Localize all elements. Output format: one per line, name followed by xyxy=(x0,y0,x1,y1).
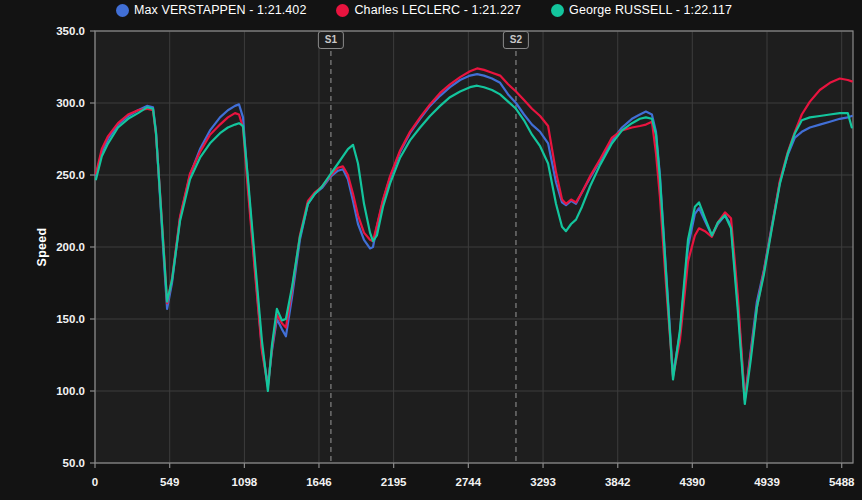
x-tick-label: 2195 xyxy=(381,476,407,488)
legend-item-label: George RUSSELL - 1:22.117 xyxy=(569,3,732,17)
x-tick-label: 3842 xyxy=(605,476,631,488)
sector-marker-s2: S2 xyxy=(503,31,529,49)
x-tick-label: 0 xyxy=(92,476,98,488)
legend-item-label: Max VERSTAPPEN - 1:21.402 xyxy=(134,3,306,17)
y-tick-label: 350.0 xyxy=(56,25,85,37)
leclerc-color-dot xyxy=(336,4,349,17)
x-tick-label: 4939 xyxy=(754,476,780,488)
x-tick-label: 549 xyxy=(160,476,179,488)
y-tick-label: 300.0 xyxy=(56,97,85,109)
x-tick-label: 2744 xyxy=(456,476,482,488)
x-tick-label: 5488 xyxy=(829,476,855,488)
legend-item-leclerc[interactable]: Charles LECLERC - 1:21.227 xyxy=(336,3,521,17)
x-tick-label: 1098 xyxy=(232,476,258,488)
russell-color-dot xyxy=(551,4,564,17)
legend-item-russell[interactable]: George RUSSELL - 1:22.117 xyxy=(551,3,732,17)
y-tick-label: 50.0 xyxy=(63,457,85,469)
y-tick-label: 150.0 xyxy=(56,313,85,325)
verstappen-color-dot xyxy=(116,4,129,17)
sector-marker-s1: S1 xyxy=(318,31,344,49)
x-tick-label: 3293 xyxy=(530,476,556,488)
x-tick-label: 1646 xyxy=(306,476,332,488)
y-tick-label: 200.0 xyxy=(56,241,85,253)
telemetry-speed-chart: 0549109816462195274432933842439049395488… xyxy=(0,0,862,500)
y-tick-label: 100.0 xyxy=(56,385,85,397)
chart-legend: Max VERSTAPPEN - 1:21.402 Charles LECLER… xyxy=(116,3,732,17)
legend-item-label: Charles LECLERC - 1:21.227 xyxy=(354,3,521,17)
legend-item-verstappen[interactable]: Max VERSTAPPEN - 1:21.402 xyxy=(116,3,306,17)
speed-trace-plot-area[interactable]: 0549109816462195274432933842439049395488… xyxy=(0,0,862,500)
x-tick-label: 4390 xyxy=(680,476,706,488)
y-axis-title: Speed xyxy=(35,227,49,266)
y-tick-label: 250.0 xyxy=(56,169,85,181)
